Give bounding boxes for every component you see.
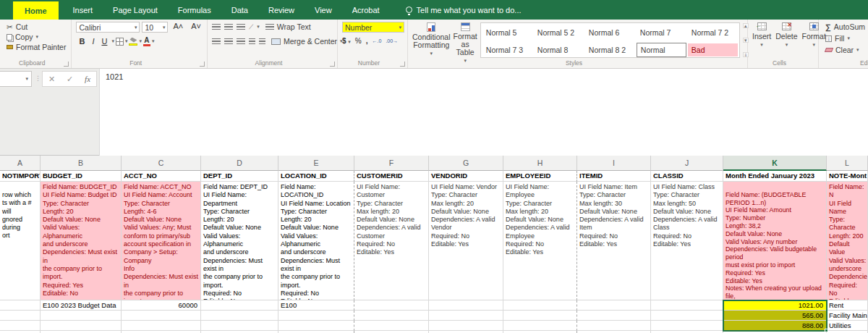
cell-e5[interactable] xyxy=(278,321,354,331)
cell-a5[interactable] xyxy=(0,321,41,331)
number-format-select[interactable]: Number▾ xyxy=(342,22,404,33)
style-normal-7[interactable]: Normal 7 xyxy=(637,26,686,39)
underline-button[interactable]: U xyxy=(98,37,110,46)
cell-a1[interactable]: NOTIMPORT xyxy=(0,171,41,182)
cell-b1[interactable]: BUDGET_ID xyxy=(41,171,122,182)
cell-b3[interactable]: E100 2023 Budget Data xyxy=(41,300,122,311)
cell-g5[interactable] xyxy=(429,321,503,331)
col-header-f[interactable]: F xyxy=(354,156,429,171)
cell-b4[interactable] xyxy=(41,311,122,321)
decrease-decimal-icon[interactable]: .00→ xyxy=(386,38,398,43)
cell-d3[interactable] xyxy=(201,300,278,311)
style-normal-6[interactable]: Normal 6 xyxy=(585,26,635,39)
cell-i1[interactable]: ITEMID xyxy=(577,171,651,182)
format-painter-button[interactable]: Format Painter xyxy=(4,42,68,52)
shrink-font-button[interactable]: A˅ xyxy=(188,22,204,33)
col-header-c[interactable]: C xyxy=(122,156,201,171)
cell-f1[interactable]: CUSTOMERID xyxy=(354,171,429,182)
cell-j3[interactable] xyxy=(651,300,723,311)
cell-c3[interactable]: 60000 xyxy=(122,300,201,311)
cell-l3[interactable]: Rent xyxy=(827,300,868,311)
align-right-icon[interactable] xyxy=(237,38,245,45)
cell-g4[interactable] xyxy=(429,311,503,321)
cell-l1[interactable]: NOTE-Mont xyxy=(827,171,868,182)
align-left-icon[interactable] xyxy=(212,38,221,45)
font-color-button[interactable]: A xyxy=(143,36,150,46)
cell-d1[interactable]: DEPT_ID xyxy=(201,171,278,182)
col-header-d[interactable]: D xyxy=(201,156,278,171)
tab-review[interactable]: Review xyxy=(258,0,305,20)
cell-i5[interactable] xyxy=(577,321,651,331)
cell-i4[interactable] xyxy=(577,311,651,321)
grow-font-button[interactable]: A˄ xyxy=(170,22,186,33)
cell-f3[interactable] xyxy=(354,300,429,311)
cell-e3[interactable]: E100 xyxy=(278,300,354,311)
style-normal-selected[interactable]: Normal xyxy=(637,43,686,57)
tab-formulas[interactable]: Formulas xyxy=(168,0,221,20)
fill-color-dropdown[interactable]: ▾ xyxy=(139,38,142,44)
cell-j2[interactable]: UI Field Name: Class Type: Character Max… xyxy=(651,182,723,300)
cell-g1[interactable]: VENDORID xyxy=(429,171,503,182)
cell-e4[interactable] xyxy=(278,311,354,321)
cell-j5[interactable] xyxy=(651,321,723,331)
col-header-b[interactable]: B xyxy=(41,156,122,171)
cell-a3[interactable] xyxy=(0,300,41,311)
style-normal-5[interactable]: Normal 5 xyxy=(482,26,532,39)
cell-c2[interactable]: Field Name: ACCT_NO UI Field Name: Accou… xyxy=(122,182,201,300)
decrease-indent-icon[interactable] xyxy=(249,38,255,45)
cell-d2[interactable]: Field Name: DEPT_ID UI Field Name: Depar… xyxy=(201,182,278,300)
cell-e2[interactable]: Field Name: LOCATION_ID UI Field Name: L… xyxy=(278,182,354,300)
cell-h3[interactable] xyxy=(503,300,577,311)
cell-i2[interactable]: UI Field Name: Item Type: Character Max … xyxy=(577,182,651,300)
cell-h2[interactable]: UI Field Name: Employee Type: Character … xyxy=(503,182,577,300)
cell-j1[interactable]: CLASSID xyxy=(651,171,723,182)
font-family-select[interactable]: Calibri▾ xyxy=(76,22,140,33)
style-normal-5-2[interactable]: Normal 5 2 xyxy=(534,26,584,39)
bold-button[interactable]: B xyxy=(76,37,88,46)
increase-indent-icon[interactable] xyxy=(259,38,265,45)
col-header-i[interactable]: I xyxy=(577,156,651,171)
name-box[interactable]: ▾ xyxy=(0,71,32,87)
insert-cells-button[interactable]: Insert▾ xyxy=(752,22,771,58)
cell-l5[interactable]: Utilities xyxy=(827,321,868,331)
cell-b2[interactable]: Field Name: BUDGET_ID UI Field Name: Bud… xyxy=(41,182,122,300)
insert-function-icon[interactable]: fx xyxy=(85,75,90,83)
clear-button[interactable]: Clear▾ xyxy=(823,45,868,55)
cell-k3-active[interactable]: 1021.00 xyxy=(723,300,827,311)
formula-input[interactable]: 1021 xyxy=(99,69,868,156)
style-normal-7-2[interactable]: Normal 7 2 xyxy=(688,26,738,39)
col-header-j[interactable]: J xyxy=(651,156,723,171)
style-normal-8-2[interactable]: Normal 8 2 xyxy=(585,43,635,56)
font-size-select[interactable]: 10▾ xyxy=(142,22,168,33)
cell-l2[interactable]: Field Name: N UI Field Name Type: Charac… xyxy=(827,182,868,300)
accounting-format-button[interactable]: $ ▾ xyxy=(342,37,351,45)
style-normal-8[interactable]: Normal 8 xyxy=(534,43,584,56)
cell-c1[interactable]: ACCT_NO xyxy=(122,171,201,182)
cell-i3[interactable] xyxy=(577,300,651,311)
font-color-dropdown[interactable]: ▾ xyxy=(152,38,155,44)
cell-k4[interactable]: 565.00 xyxy=(723,311,827,321)
cut-button[interactable]: ✂Cut xyxy=(4,22,68,32)
cell-k1[interactable]: Month Ended January 2023 xyxy=(723,171,827,182)
cell-c4[interactable] xyxy=(122,311,201,321)
orientation-icon[interactable]: ⟋ xyxy=(249,23,253,31)
col-header-a[interactable]: A xyxy=(0,156,41,171)
enter-icon[interactable]: ✓ xyxy=(67,75,73,84)
cell-d4[interactable] xyxy=(201,311,278,321)
increase-decimal-icon[interactable]: ←.0 xyxy=(373,38,382,43)
fill-button[interactable]: ↓Fill▾ xyxy=(823,33,868,43)
col-header-h[interactable]: H xyxy=(503,156,577,171)
cell-h5[interactable] xyxy=(503,321,577,331)
alignment-dialog-launcher[interactable] xyxy=(330,62,335,67)
cell-c5[interactable] xyxy=(122,321,201,331)
copy-button[interactable]: Copy▾ xyxy=(4,32,68,42)
borders-dropdown[interactable]: ▾ xyxy=(125,38,128,44)
cell-a4[interactable] xyxy=(0,311,41,321)
align-top-icon[interactable] xyxy=(212,24,221,30)
cell-f4[interactable] xyxy=(354,311,429,321)
comma-style-button[interactable]: , xyxy=(366,37,368,45)
autosum-button[interactable]: ∑AutoSum▾ xyxy=(823,22,868,32)
tab-view[interactable]: View xyxy=(305,0,342,20)
underline-dropdown[interactable]: ▾ xyxy=(111,38,114,44)
cell-b5[interactable] xyxy=(41,321,122,331)
